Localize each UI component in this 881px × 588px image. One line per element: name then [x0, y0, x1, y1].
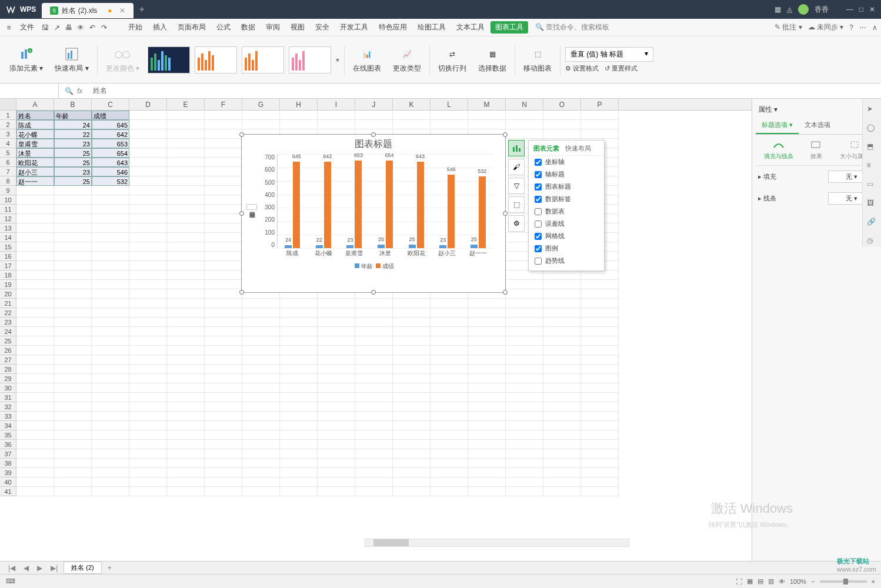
- add-element-button[interactable]: + 添加元素 ▾: [6, 45, 46, 75]
- cell[interactable]: [506, 318, 543, 327]
- cell[interactable]: [205, 186, 242, 195]
- cell[interactable]: [54, 261, 92, 270]
- cell[interactable]: [205, 487, 242, 496]
- cell[interactable]: [393, 327, 431, 336]
- cell[interactable]: [431, 299, 468, 308]
- cell[interactable]: [431, 308, 468, 318]
- menu-view[interactable]: 视图: [286, 20, 309, 35]
- row-header[interactable]: 23: [0, 318, 16, 327]
- zoom-out-icon[interactable]: −: [811, 578, 815, 585]
- cell[interactable]: [205, 214, 242, 223]
- cell[interactable]: [54, 487, 92, 496]
- save-as-icon[interactable]: ↗: [52, 22, 62, 33]
- cell[interactable]: [92, 242, 129, 252]
- cell[interactable]: [54, 299, 92, 308]
- cell[interactable]: [16, 270, 54, 280]
- chart-element-checkbox[interactable]: 误差线: [529, 218, 604, 230]
- cell[interactable]: [167, 120, 205, 129]
- cell[interactable]: [54, 280, 92, 289]
- cell[interactable]: [280, 412, 318, 421]
- view-page-icon[interactable]: ▤: [757, 577, 763, 585]
- cell[interactable]: [129, 195, 167, 205]
- cell[interactable]: [393, 430, 431, 440]
- cell[interactable]: [129, 167, 167, 176]
- collapse-ribbon-icon[interactable]: ∧: [872, 24, 877, 32]
- chart-object[interactable]: 图表标题 坐标轴标题 7006005004003002001000 246452…: [241, 134, 506, 293]
- cell[interactable]: 24: [54, 120, 92, 129]
- sync-status[interactable]: ☁ 未同步 ▾: [808, 22, 844, 32]
- cell[interactable]: [92, 487, 129, 496]
- cell[interactable]: [242, 477, 280, 487]
- cell[interactable]: [167, 374, 205, 383]
- row-header[interactable]: 6: [0, 158, 16, 167]
- cell[interactable]: [468, 120, 506, 129]
- cell[interactable]: [468, 355, 506, 365]
- cell[interactable]: [129, 374, 167, 383]
- sheet-tab[interactable]: 姓名 (2): [64, 562, 102, 574]
- cell[interactable]: [92, 477, 129, 487]
- sub-fill-line[interactable]: 填充与线条: [764, 139, 793, 161]
- row-header[interactable]: 18: [0, 270, 16, 280]
- cell[interactable]: [16, 355, 54, 365]
- cell[interactable]: [506, 421, 543, 430]
- nav-last-icon[interactable]: ▶|: [48, 564, 60, 572]
- clock-icon[interactable]: ◷: [867, 236, 877, 247]
- cell[interactable]: 沐景: [16, 148, 54, 158]
- cell[interactable]: [129, 223, 167, 233]
- cell[interactable]: [543, 421, 581, 430]
- cell[interactable]: [167, 440, 205, 449]
- cell[interactable]: [393, 449, 431, 459]
- col-header[interactable]: A: [16, 99, 54, 110]
- chart-title[interactable]: 图表标题: [242, 135, 505, 154]
- cell[interactable]: [581, 270, 619, 280]
- cell[interactable]: [543, 477, 581, 487]
- cell[interactable]: [129, 129, 167, 139]
- cell[interactable]: [205, 440, 242, 449]
- zoom-fx-icon[interactable]: 🔍: [65, 87, 74, 95]
- cell[interactable]: [54, 383, 92, 393]
- cell[interactable]: [355, 412, 393, 421]
- cell[interactable]: [205, 280, 242, 289]
- cell[interactable]: [581, 468, 619, 477]
- cell[interactable]: [581, 440, 619, 449]
- row-header[interactable]: 40: [0, 477, 16, 487]
- print-icon[interactable]: 🖶: [64, 22, 74, 33]
- cell[interactable]: [129, 421, 167, 430]
- cell[interactable]: [393, 355, 431, 365]
- cell[interactable]: [581, 421, 619, 430]
- cell[interactable]: [129, 242, 167, 252]
- menu-dev[interactable]: 开发工具: [335, 20, 373, 35]
- cell[interactable]: [543, 120, 581, 129]
- cell[interactable]: [318, 374, 355, 383]
- cell[interactable]: [543, 355, 581, 365]
- cell[interactable]: [205, 129, 242, 139]
- cell[interactable]: [129, 327, 167, 336]
- cell[interactable]: [54, 214, 92, 223]
- chart-element-checkbox[interactable]: 网格线: [529, 230, 604, 242]
- set-format-button[interactable]: ⚙ 设置格式: [565, 64, 599, 73]
- cell[interactable]: [543, 289, 581, 299]
- select-data-button[interactable]: ▦选择数据: [475, 45, 510, 75]
- cell[interactable]: [355, 402, 393, 412]
- cell[interactable]: [54, 412, 92, 421]
- cell[interactable]: [167, 430, 205, 440]
- cell[interactable]: [468, 299, 506, 308]
- view-normal-icon[interactable]: ▦: [747, 577, 753, 585]
- cell[interactable]: [205, 449, 242, 459]
- cell[interactable]: 653: [92, 139, 129, 148]
- cell[interactable]: [581, 129, 619, 139]
- row-header[interactable]: 9: [0, 186, 16, 195]
- row-header[interactable]: 11: [0, 205, 16, 214]
- cell[interactable]: [506, 111, 543, 120]
- cell[interactable]: [431, 365, 468, 374]
- cell[interactable]: [280, 393, 318, 402]
- cell[interactable]: [431, 487, 468, 496]
- chart-element-checkbox[interactable]: 图表标题: [529, 181, 604, 193]
- style-icon[interactable]: ⬒: [867, 142, 877, 153]
- cell[interactable]: [506, 477, 543, 487]
- row-header[interactable]: 29: [0, 374, 16, 383]
- cell[interactable]: [242, 346, 280, 355]
- cell[interactable]: [205, 365, 242, 374]
- switch-rc-button[interactable]: ⇄切换行列: [435, 45, 470, 75]
- row-header[interactable]: 27: [0, 355, 16, 365]
